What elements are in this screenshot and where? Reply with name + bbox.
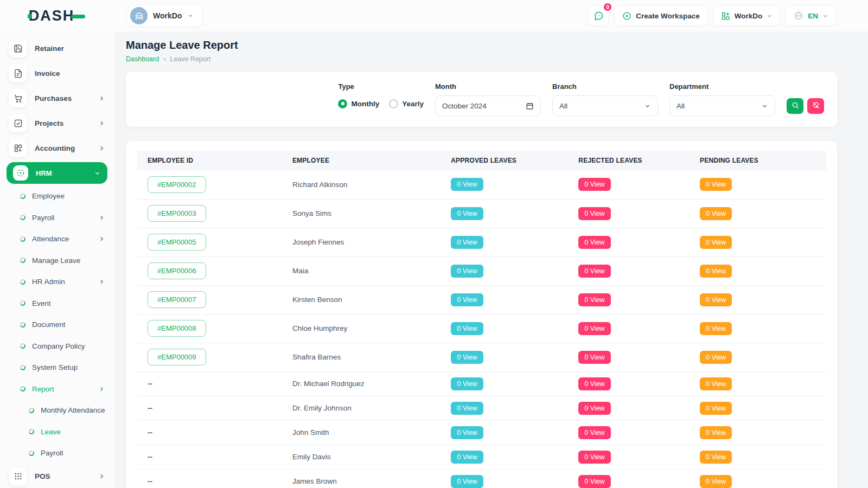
bullet-ring-icon — [20, 364, 26, 371]
bullet-ring-icon — [28, 450, 35, 457]
employee-id-badge[interactable]: #EMP00002 — [148, 176, 206, 193]
chevron-down-icon — [822, 13, 828, 19]
approved-view-badge[interactable]: 0 View — [451, 293, 483, 306]
approved-view-badge[interactable]: 0 View — [451, 236, 483, 249]
approved-view-badge[interactable]: 0 View — [451, 178, 483, 191]
rejected-view-badge[interactable]: 0 View — [578, 377, 610, 390]
branch-select[interactable]: All — [552, 95, 658, 116]
rejected-view-badge[interactable]: 0 View — [578, 207, 610, 220]
rejected-view-badge[interactable]: 0 View — [578, 402, 610, 415]
table-row: #EMP00002Richard Atkinson0 View0 View0 V… — [137, 170, 826, 199]
approved-view-badge[interactable]: 0 View — [451, 377, 483, 390]
sidebar-item-label: Payroll — [32, 214, 54, 222]
col-employee: EMPLOYEE — [282, 151, 440, 170]
employee-id-badge[interactable]: #EMP00009 — [148, 349, 206, 365]
month-input[interactable]: October 2024 — [435, 95, 541, 116]
bullet-ring-icon — [20, 300, 26, 306]
table-row: --Emily Davis0 View0 View0 View — [137, 445, 826, 469]
rejected-view-badge[interactable]: 0 View — [578, 293, 610, 306]
language-selector[interactable]: EN — [786, 5, 837, 26]
sidebar-item-hrm[interactable]: HRM — [7, 162, 107, 184]
sidebar-item-report[interactable]: Report — [0, 378, 114, 400]
rejected-view-badge[interactable]: 0 View — [578, 322, 610, 335]
sidebar-item-projects[interactable]: Projects — [0, 111, 114, 136]
approved-view-badge[interactable]: 0 View — [451, 265, 483, 278]
workspace-selector[interactable]: WorkDo — [126, 4, 203, 27]
chevron-down-icon — [94, 170, 101, 177]
pending-view-badge[interactable]: 0 View — [700, 207, 732, 220]
pending-view-badge[interactable]: 0 View — [700, 402, 732, 415]
plus-circle-icon — [622, 11, 631, 21]
sidebar-item-hr-admin[interactable]: HR Admin — [0, 271, 114, 293]
create-workspace-button[interactable]: Create Workspace — [614, 5, 708, 26]
language-code: EN — [808, 12, 818, 20]
sidebar-item-label: Retainer — [35, 44, 64, 53]
messages-button[interactable]: 0 — [588, 5, 609, 26]
sidebar-item-document[interactable]: Document — [0, 314, 114, 336]
employee-name: Shafira Barnes — [292, 353, 341, 361]
main-content: Manage Leave Report Dashboard › Leave Re… — [114, 31, 868, 488]
pending-view-badge[interactable]: 0 View — [700, 351, 732, 364]
employee-id-badge[interactable]: #EMP00008 — [148, 320, 206, 337]
pending-view-badge[interactable]: 0 View — [700, 475, 732, 488]
rejected-view-badge[interactable]: 0 View — [578, 451, 610, 464]
sidebar-item-event[interactable]: Event — [0, 293, 114, 314]
rejected-view-badge[interactable]: 0 View — [578, 178, 610, 191]
bullet-ring-icon — [20, 343, 26, 349]
sidebar-item-company-policy[interactable]: Company Policy — [0, 336, 114, 357]
app-switcher-button[interactable]: WorkDo — [713, 5, 781, 26]
pending-view-badge[interactable]: 0 View — [700, 265, 732, 278]
search-icon — [792, 101, 799, 111]
sidebar-item-purchases[interactable]: Purchases — [0, 86, 114, 111]
sidebar-item-leave[interactable]: Leave — [0, 421, 114, 443]
rejected-view-badge[interactable]: 0 View — [578, 351, 610, 364]
department-select[interactable]: All — [669, 95, 775, 116]
pending-view-badge[interactable]: 0 View — [700, 236, 732, 249]
approved-view-badge[interactable]: 0 View — [451, 322, 483, 335]
sidebar-item-invoice[interactable]: Invoice — [0, 61, 114, 86]
approved-view-badge[interactable]: 0 View — [451, 351, 483, 364]
sidebar-item-employee[interactable]: Employee — [0, 185, 114, 207]
employee-id-badge[interactable]: #EMP00006 — [148, 262, 206, 279]
reset-filter-button[interactable] — [807, 98, 824, 114]
pending-view-badge[interactable]: 0 View — [700, 426, 732, 439]
sidebar-item-label: Company Policy — [32, 342, 85, 350]
approved-view-badge[interactable]: 0 View — [451, 402, 483, 415]
col-pending-leaves: PENDING LEAVES — [689, 151, 826, 170]
sidebar-item-payroll[interactable]: Payroll — [0, 442, 114, 464]
pending-view-badge[interactable]: 0 View — [700, 322, 732, 335]
employee-id-badge[interactable]: #EMP00005 — [148, 234, 206, 251]
employee-name: Sonya Sims — [292, 209, 331, 217]
pending-view-badge[interactable]: 0 View — [700, 377, 732, 390]
sidebar-item-pos[interactable]: POS — [0, 464, 114, 488]
pending-view-badge[interactable]: 0 View — [700, 293, 732, 306]
sidebar-item-monthly-attendance[interactable]: Monthly Attendance — [0, 400, 114, 421]
purchases-icon — [9, 89, 27, 107]
approved-view-badge[interactable]: 0 View — [451, 426, 483, 439]
rejected-view-badge[interactable]: 0 View — [578, 426, 610, 439]
approved-view-badge[interactable]: 0 View — [451, 451, 483, 464]
breadcrumb-dashboard-link[interactable]: Dashboard — [126, 55, 159, 63]
sidebar-item-payroll[interactable]: Payroll — [0, 207, 114, 229]
sidebar-item-manage-leave[interactable]: Manage Leave — [0, 250, 114, 272]
calendar-icon — [526, 102, 534, 110]
sidebar-item-accounting[interactable]: Accounting — [0, 136, 114, 160]
rejected-view-badge[interactable]: 0 View — [578, 265, 610, 278]
rejected-view-badge[interactable]: 0 View — [578, 475, 610, 488]
sidebar-item-label: Employee — [32, 192, 65, 200]
rejected-view-badge[interactable]: 0 View — [578, 236, 610, 249]
employee-id-badge[interactable]: #EMP00003 — [148, 205, 206, 222]
approved-view-badge[interactable]: 0 View — [451, 207, 483, 220]
sidebar-item-system-setup[interactable]: System Setup — [0, 357, 114, 378]
approved-view-badge[interactable]: 0 View — [451, 475, 483, 488]
sidebar-item-attendance[interactable]: Attendance — [0, 228, 114, 250]
employee-id-badge[interactable]: #EMP00007 — [148, 291, 206, 308]
pending-view-badge[interactable]: 0 View — [700, 178, 732, 191]
radio-monthly[interactable]: Monthly — [338, 99, 379, 108]
radio-yearly[interactable]: Yearly — [389, 99, 424, 108]
accounting-icon — [9, 139, 27, 157]
pending-view-badge[interactable]: 0 View — [700, 451, 732, 464]
sidebar-item-retainer[interactable]: Retainer — [0, 36, 114, 61]
sidebar-item-label: HR Admin — [32, 278, 65, 286]
search-button[interactable] — [787, 98, 803, 114]
